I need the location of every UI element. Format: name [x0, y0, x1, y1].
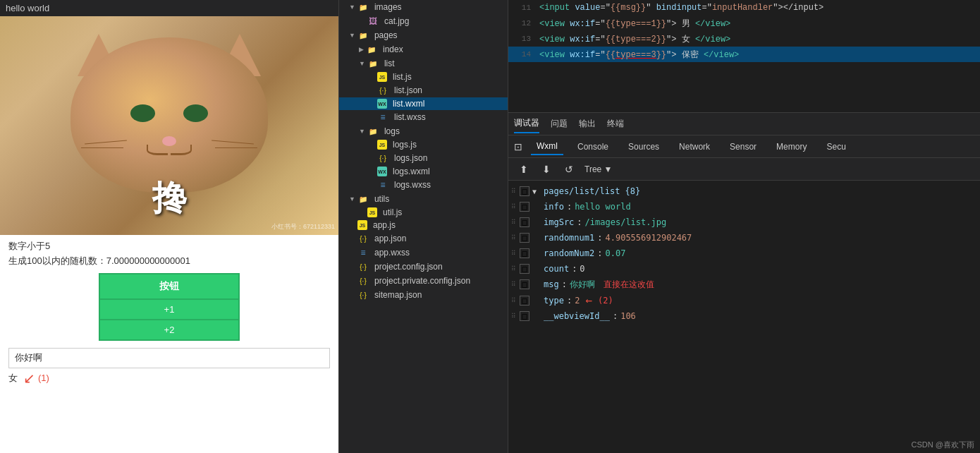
rect-icon-count: □: [520, 264, 529, 274]
file-tree-item[interactable]: ▼📁logs: [339, 124, 508, 138]
annotation-paren: (1): [38, 373, 49, 383]
rect-icon-rand1: □: [520, 233, 529, 243]
file-tree-item[interactable]: ▼📁list: [339, 56, 508, 71]
arrow-annotation: ↙ (1): [23, 370, 49, 387]
rect-icon-info: □: [520, 202, 529, 212]
watermark: 小红书号：672112331: [271, 222, 335, 231]
data-row-webviewid: ⠿ □ __webviewId__ : 106: [508, 308, 980, 324]
devtools-tab-sensor[interactable]: Sensor: [724, 139, 762, 155]
cursor-icon[interactable]: ⊡: [514, 141, 522, 152]
file-tree-item[interactable]: ▼📁utils: [339, 192, 508, 206]
file-tree-item[interactable]: ≡logs.wxss: [339, 178, 508, 192]
line-number-11: 11: [511, 4, 531, 12]
file-tree-panel: ▼📁images🖼cat.jpg▼📁pages▶📁index▼📁listJSli…: [338, 0, 508, 453]
file-tree-item[interactable]: WXlogs.wxml: [339, 165, 508, 178]
file-tree-item[interactable]: ≡app.wxss: [339, 246, 508, 260]
file-tree-item[interactable]: ▼📁pages: [339, 28, 508, 42]
rect-icon-root: □: [520, 186, 529, 196]
data-row-randomnum2: ⠿ □ randomNum2 : 0.07: [508, 246, 980, 261]
cat-mouth-right: [171, 145, 192, 155]
csdn-watermark: CSDN @喜欢下雨: [912, 440, 974, 450]
data-row-count: ⠿ □ count : 0: [508, 261, 980, 277]
rect-icon-imgsrc: □: [520, 217, 529, 227]
tab-debugger[interactable]: 调试器: [514, 114, 539, 133]
file-tree-item[interactable]: {·}list.json: [339, 83, 508, 97]
phone-content: 搀 小红书号：672112331 数字小于5 生成100以内的随机数：7.000…: [0, 16, 338, 453]
type-arrow-icon: ←: [585, 294, 592, 307]
tab-terminal[interactable]: 终端: [607, 115, 624, 133]
file-tree-item[interactable]: {·}project.config.json: [339, 260, 508, 274]
code-content-13: <view wx:if="{{type===2}}"> 女 </view>: [539, 33, 730, 45]
devtools-tab-console[interactable]: Console: [572, 139, 614, 155]
simulator-screen: 搀 小红书号：672112331 数字小于5 生成100以内的随机数：7.000…: [0, 16, 338, 453]
file-tree-item[interactable]: ▼📁images: [339, 0, 508, 14]
devtools-tab-memory[interactable]: Memory: [771, 139, 812, 155]
move-down-icon[interactable]: ⬇: [539, 162, 553, 176]
text-line-1: 数字小于5: [8, 239, 330, 254]
rect-icon-type: □: [520, 296, 529, 306]
red-arrow-icon: ↙: [23, 370, 35, 387]
plus1-button[interactable]: +1: [99, 300, 240, 320]
type-annotation: (2): [598, 296, 613, 306]
file-tree-item[interactable]: ▶📁index: [339, 42, 508, 56]
devtools-tab-secu[interactable]: Secu: [821, 139, 851, 155]
cat-eye-right: [183, 104, 208, 122]
file-tree-item[interactable]: {·}app.json: [339, 231, 508, 246]
refresh-icon[interactable]: ↺: [562, 162, 576, 176]
file-tree-item[interactable]: ≡list.wxss: [339, 110, 508, 124]
input-field[interactable]: [8, 348, 330, 368]
content-area: 数字小于5 生成100以内的随机数：7.000000000000001 按钮 +…: [0, 235, 338, 453]
file-tree-item[interactable]: {·}project.private.config.json: [339, 274, 508, 288]
devtools-tab-wxml[interactable]: Wxml: [531, 138, 563, 155]
devtools-bar: ⊡ Wxml Console Sources Network Sensor Me…: [508, 135, 980, 158]
line-number-14: 14: [511, 50, 531, 59]
devtools-tab-sources[interactable]: Sources: [623, 139, 665, 155]
file-tree-item[interactable]: JSlogs.js: [339, 138, 508, 151]
code-line-14: 14 <view wx:if="{{type===3}}"> 保密 </view…: [508, 47, 980, 62]
tab-output[interactable]: 输出: [579, 115, 596, 133]
debugger-panel: 11 <input value="{{msg}}" bindinput="inp…: [508, 0, 980, 453]
file-tree-item[interactable]: 🖼cat.jpg: [339, 14, 508, 28]
button-group: 按钮 +1 +2: [8, 273, 330, 341]
debug-tabs: 调试器 问题 输出 终端: [508, 113, 980, 135]
plus2-button[interactable]: +2: [99, 320, 240, 341]
file-tree-item[interactable]: JSlist.js: [339, 71, 508, 83]
gender-line: 女 ↙ (1): [8, 370, 330, 387]
code-line-12: 12 <view wx:if="{{type===1}}"> 男 </view>: [508, 16, 980, 31]
cat-eye-left: [130, 104, 155, 122]
data-row-randomnum1: ⠿ □ randomnum1 : 4.905556912902467: [508, 230, 980, 246]
overlay-text: 搀: [152, 176, 186, 221]
tab-problems[interactable]: 问题: [551, 115, 568, 133]
file-tree-item[interactable]: WXlist.wxml: [339, 97, 508, 110]
line-number-13: 13: [511, 35, 531, 43]
main-button[interactable]: 按钮: [99, 273, 240, 300]
file-tree-item[interactable]: {·}sitemap.json: [339, 288, 508, 302]
code-content-12: <view wx:if="{{type===1}}"> 男 </view>: [539, 18, 730, 30]
file-tree-item[interactable]: {·}logs.json: [339, 151, 508, 165]
msg-annotation: 直接在这改值: [604, 279, 654, 291]
expand-icon-root[interactable]: ▼: [532, 188, 544, 195]
data-root-header: pages/list/list {8}: [544, 186, 640, 196]
code-editor: 11 <input value="{{msg}}" bindinput="inp…: [508, 0, 980, 113]
data-row-msg: ⠿ □ msg : 你好啊 直接在这改值: [508, 277, 980, 292]
simulator-title: hello world: [0, 0, 338, 16]
code-line-11: 11 <input value="{{msg}}" bindinput="inp…: [508, 0, 980, 16]
tree-dropdown[interactable]: Tree ▼: [584, 164, 612, 174]
code-content-14: <view wx:if="{{type===3}}"> 保密 </view>: [539, 49, 739, 61]
line-number-12: 12: [511, 19, 531, 28]
file-tree-item[interactable]: JSapp.js: [339, 219, 508, 231]
data-tree-panel: ⠿ □ ▼ pages/list/list {8} ⠿ □ info : hel…: [508, 181, 980, 453]
whisker-2: [81, 147, 123, 148]
code-line-13: 13 <view wx:if="{{type===2}}"> 女 </view>: [508, 31, 980, 47]
whisker-4: [215, 147, 257, 148]
data-root-row: ⠿ □ ▼ pages/list/list {8}: [508, 183, 980, 199]
cat-head: [71, 37, 268, 193]
code-content-11: <input value="{{msg}}" bindinput="inputH…: [539, 3, 823, 13]
devtools-tab-network[interactable]: Network: [673, 139, 716, 155]
whisker-3: [212, 140, 254, 144]
gender-text: 女: [8, 372, 18, 385]
file-tree-item[interactable]: JSutil.js: [339, 206, 508, 219]
simulator-panel: hello world: [0, 0, 338, 453]
move-up-icon[interactable]: ⬆: [517, 162, 531, 176]
rect-icon-msg: □: [520, 279, 529, 289]
